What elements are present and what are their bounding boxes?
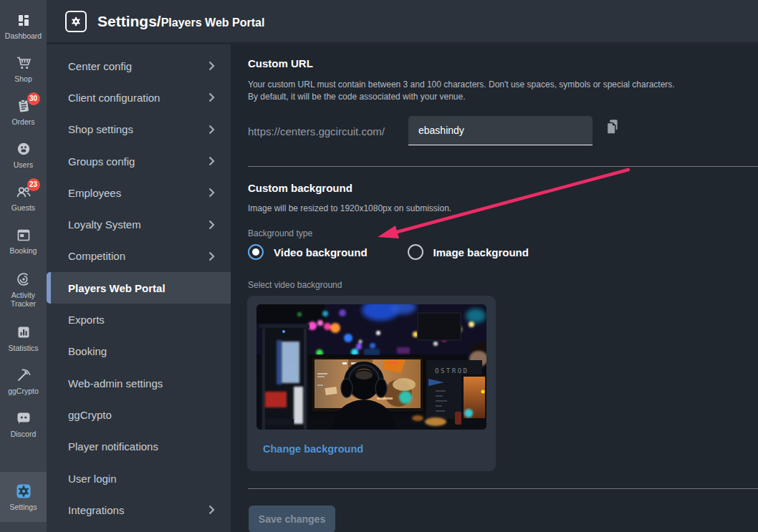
subnav-item-booking[interactable]: Booking [47,336,231,367]
section-divider [248,166,758,167]
sidebar-item-label: Orders [11,117,34,126]
radio-video-background[interactable]: Video background [248,244,368,260]
esports-photo: OSTROD [256,304,486,430]
subnav-item-ggcrypto[interactable]: ggCrypto [47,399,231,430]
subnav-item-integrations[interactable]: Integrations [47,494,231,526]
subnav-label: Competition [68,250,125,262]
chevron-right-icon [208,251,215,261]
subnav-label: Player notifications [68,440,158,453]
subnav-item-employees[interactable]: Employees [47,177,231,208]
page-title-subsection: Players Web Portal [161,16,265,29]
pickaxe-icon [15,367,32,384]
sidebar-item-discord[interactable]: Discord [0,402,47,445]
copy-url-button[interactable] [603,118,620,137]
subnav-item-player-notifications[interactable]: Player notifications [47,431,231,463]
selected-indicator-bar [47,272,51,304]
radio-unselected-icon [408,244,423,260]
subnav-label: Client configuration [68,92,160,104]
radio-label: Image background [433,246,529,258]
main-content: Custom URL Your custom URL must contain … [231,44,758,532]
custom-url-heading: Custom URL [248,57,313,69]
change-background-link[interactable]: Change background [263,443,363,455]
orders-clipboard-icon: 30 [15,97,32,115]
chevron-right-icon [208,188,215,198]
subnav-label: Shop settings [68,123,133,135]
sidebar-item-dashboard[interactable]: Dashboard [0,4,47,47]
subnav-item-groups-config[interactable]: Groups config [47,145,231,177]
chevron-right-icon [208,220,215,230]
activity-tracker-spiral-icon [15,271,32,288]
sidebar-item-booking[interactable]: Booking [0,219,47,262]
radio-image-background[interactable]: Image background [408,244,529,260]
chevron-right-icon [208,92,215,102]
sidebar-item-label: Guests [11,203,35,212]
radio-label: Video background [274,246,368,258]
video-background-card: OSTROD [247,296,496,471]
section-divider [248,488,758,489]
save-changes-button[interactable]: Save changes [249,506,335,532]
radio-selected-icon [248,244,264,260]
subnav-label: Employees [68,187,121,199]
background-type-label: Background type [248,228,312,240]
subnav-item-competition[interactable]: Competition [47,241,231,272]
sidebar-item-settings[interactable]: Settings [0,472,47,522]
sidebar-item-label: Discord [11,430,37,438]
sidebar-item-activity-tracker[interactable]: Activity Tracker [0,262,47,316]
settings-gear-icon [65,11,87,32]
chevron-right-icon [208,505,215,515]
discord-icon [15,410,32,427]
sidebar-item-statistics[interactable]: Statistics [0,316,47,359]
subnav-label: User login [68,473,117,485]
photo-panel-text: OSTROD [435,367,469,374]
guests-people-icon: 23 [15,183,32,200]
subnav-label: Loyalty System [68,218,141,231]
sidebar-item-label: ggCrypto [8,387,39,395]
sidebar-item-label: Users [14,160,33,169]
sidebar-item-orders[interactable]: 30 Orders [0,90,47,133]
custom-background-description: Image will be resized to 1920x1080px on … [248,203,451,215]
subnav-label: ggCrypto [68,409,112,421]
sidebar-item-guests[interactable]: 23 Guests [0,176,47,219]
subnav-label: Groups config [68,155,135,168]
chevron-right-icon [208,61,215,71]
subnav-item-user-login[interactable]: User login [47,463,231,494]
subnav-item-shop-settings[interactable]: Shop settings [47,114,231,145]
sidebar-item-label: Statistics [8,344,38,352]
orders-badge: 30 [27,92,40,105]
background-type-radio-group: Video background Image background [248,244,529,260]
icon-sidebar: Dashboard Shop 30 Orders Users 23 [0,0,47,532]
custom-background-heading: Custom background [248,182,352,194]
sidebar-item-label: Shop [14,74,32,83]
video-background-preview[interactable]: OSTROD [256,304,486,430]
page-header: Settings/Players Web Portal [47,0,758,44]
subnav-label: Exports [68,314,105,326]
select-video-background-label: Select video background [248,279,342,291]
subnav-item-players-web-portal[interactable]: Players Web Portal [47,272,231,304]
settings-subnav: Center config Client configuration Shop … [47,44,231,532]
statistics-chart-icon [15,324,32,341]
sidebar-item-label: Settings [10,503,37,511]
custom-url-description-2: By default, it will be the code associat… [248,91,466,103]
booking-calendar-icon [15,226,32,243]
subnav-item-exports[interactable]: Exports [47,304,231,335]
subnav-item-center-config[interactable]: Center config [47,50,231,82]
subnav-label: Players Web Portal [68,282,165,294]
app-window: Dashboard Shop 30 Orders Users 23 [0,0,758,532]
copy-icon [604,118,620,135]
page-title: Settings/Players Web Portal [97,13,264,30]
sidebar-item-shop[interactable]: Shop [0,47,47,90]
subnav-item-loyalty-system[interactable]: Loyalty System [47,208,231,240]
url-prefix-label: https://centers.ggcircuit.com/ [248,125,385,137]
users-face-icon [15,140,32,158]
shop-cart-icon [15,54,32,72]
dashboard-icon [15,11,32,29]
custom-url-input[interactable] [408,116,593,145]
subnav-label: Web-admin settings [68,377,163,390]
custom-url-description-1: Your custom URL must contain between 3 a… [248,79,675,91]
sidebar-item-users[interactable]: Users [0,133,47,176]
subnav-label: Center config [68,60,132,72]
sidebar-item-ggcrypto[interactable]: ggCrypto [0,359,47,402]
subnav-item-client-configuration[interactable]: Client configuration [47,82,231,113]
subnav-item-web-admin-settings[interactable]: Web-admin settings [47,367,231,399]
sidebar-item-label: Activity Tracker [0,291,47,308]
